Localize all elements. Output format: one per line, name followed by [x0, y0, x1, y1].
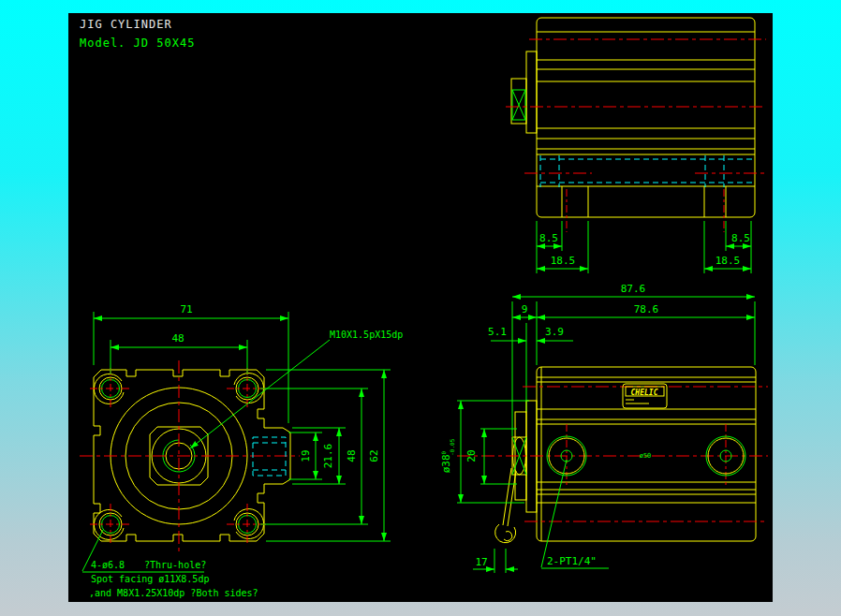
port-label: 2-PT1/4" [547, 555, 597, 567]
dim-78.6: 78.6 [634, 303, 659, 315]
note-thread: ,and M8X1.25X10dp ?Both sides? [89, 588, 258, 598]
thread-label: M10X1.5pX15dp [330, 330, 403, 340]
dim-62: 62 [368, 449, 380, 462]
dim-21.6: 21.6 [322, 444, 334, 469]
dim-18.5-left: 18.5 [551, 255, 576, 267]
bore-text: ø50 [640, 452, 652, 460]
dim-71: 71 [180, 303, 192, 315]
dim-48-vertical: 48 [346, 449, 358, 462]
cad-viewer-window: JIG CYLINDER Model. JD 50X45 [0, 0, 841, 616]
dim-8.5-left: 8.5 [539, 232, 558, 244]
drawing-title: JIG CYLINDER [80, 18, 172, 31]
brand-label-text: CHELIC [631, 389, 658, 397]
note-spot-facing: Spot facing ø11X8.5dp [91, 574, 209, 584]
dim-20: 20 [465, 449, 478, 462]
dim-17: 17 [475, 556, 487, 568]
note-hole-type: ?Thru-hole? [144, 560, 206, 570]
drawing-canvas [68, 13, 773, 602]
dim-87.6: 87.6 [621, 283, 646, 295]
dim-5.1: 5.1 [488, 326, 507, 338]
dim-19: 19 [300, 449, 312, 462]
note-hole-count: 4-ø6.8 [91, 560, 125, 570]
dim-9: 9 [522, 303, 528, 315]
dim-18.5-right: 18.5 [716, 255, 741, 267]
dim-48-horizontal: 48 [171, 332, 184, 345]
dim-8.5-right: 8.5 [731, 232, 750, 244]
dim-3.9: 3.9 [545, 326, 564, 338]
drawing-model: Model. JD 50X45 [80, 37, 195, 50]
cad-drawing: JIG CYLINDER Model. JD 50X45 [0, 0, 841, 616]
